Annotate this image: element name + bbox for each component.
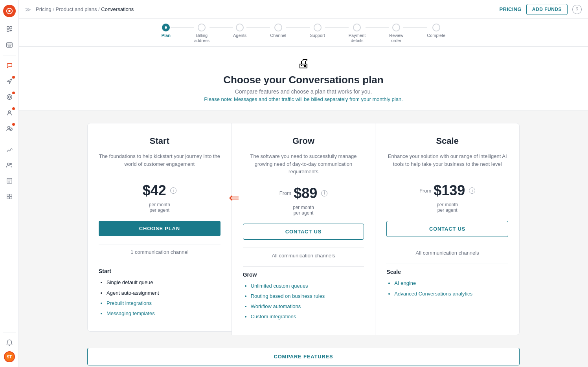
compare-features-button[interactable]: COMPARE FEATURES [87,348,520,365]
breadcrumb-pricing[interactable]: Pricing [36,6,51,12]
grow-plan-card: Grow The software you need to successful… [232,123,376,335]
compare-section: COMPARE FEATURES [56,348,551,367]
sidebar-item-goals[interactable] [2,90,17,104]
step-label-plan: Plan [162,33,171,38]
sidebar: ST [0,0,19,367]
agents-badge [12,123,15,126]
scale-price-per: per monthper agent [386,202,508,213]
scale-price-from: From [419,188,431,194]
start-price: $42 [143,182,166,199]
grow-features-title: Grow [243,272,364,278]
sidebar-item-notifications[interactable] [2,336,17,350]
step-billing[interactable]: Billing address [194,24,209,43]
user-avatar[interactable]: ST [4,351,15,362]
breadcrumb-product-plans[interactable]: Product and plans [56,6,97,12]
sidebar-item-team[interactable] [2,158,17,172]
scale-divider-2 [386,264,508,264]
step-circle-agents [236,24,244,31]
add-funds-button[interactable]: ADD FUNDS [526,4,568,15]
grow-price-from: From [279,190,291,196]
start-price-info[interactable]: i [170,187,176,194]
svg-rect-2 [7,27,9,29]
step-circle-plan [162,24,170,31]
start-divider [99,244,220,244]
sidebar-item-profiles[interactable] [2,106,17,120]
start-plan-card: Start The foundations to help kickstart … [87,123,232,332]
svg-point-19 [165,26,167,29]
expand-icon[interactable]: ≫ [25,6,31,13]
step-plan[interactable]: Plan [162,24,171,38]
step-label-review: Review order [389,33,403,43]
sidebar-item-inbox[interactable] [2,38,17,52]
step-connector-5 [325,28,349,28]
grow-contact-us-button[interactable]: CONTACT US [243,224,364,240]
sidebar-item-agents[interactable] [2,121,17,136]
svg-rect-4 [7,29,9,31]
step-connector-4 [286,28,310,28]
topbar: ≫ Pricing / Product and plans / Conversa… [19,0,588,19]
plans-section: Start The foundations to help kickstart … [19,110,588,347]
app-logo[interactable] [3,5,16,17]
scale-channels: All communication channels [386,250,508,256]
start-features-title: Start [99,268,220,274]
start-channels: 1 communication channel [99,249,220,255]
start-features-list: Single default queue Agent auto-assignme… [99,279,220,317]
scale-features-title: Scale [386,269,508,275]
grow-divider [243,248,364,248]
scale-contact-us-button[interactable]: CONTACT US [386,221,508,237]
scale-divider [386,245,508,245]
grow-divider-2 [243,266,364,267]
svg-point-1 [8,10,10,12]
step-label-payment: Payment details [349,33,366,43]
scale-feature-1: AI engine [394,280,508,287]
scale-plan-card: Scale Enhance your solution with our ran… [375,123,520,335]
breadcrumb-conversations: Conversations [101,6,134,12]
plans-grid: Start The foundations to help kickstart … [87,123,520,335]
sidebar-item-apps[interactable] [2,22,17,36]
sidebar-item-grid[interactable] [2,189,17,204]
sidebar-bottom: ST [2,330,17,362]
svg-rect-16 [9,194,11,196]
svg-rect-3 [9,27,11,29]
sidebar-item-reports[interactable] [2,174,17,188]
sidebar-divider-1 [3,55,16,55]
plan-arrow-indicator: ⇐ [229,190,239,205]
step-channel[interactable]: Channel [270,24,286,38]
start-feature-1: Single default queue [107,279,220,286]
scale-price-info[interactable]: i [469,187,475,194]
grow-feature-4: Custom integrations [251,313,364,320]
step-payment[interactable]: Payment details [349,24,366,43]
step-complete[interactable]: Complete [427,24,445,38]
step-label-support: Support [310,33,325,38]
profiles-badge [12,107,15,110]
start-feature-3: Prebuilt integrations [107,300,220,307]
pricing-link[interactable]: PRICING [500,6,522,12]
grow-price-per: per monthper agent [243,205,364,216]
sidebar-divider-3 [3,332,16,332]
sidebar-item-campaigns[interactable] [2,74,17,88]
breadcrumb: Pricing / Product and plans / Conversati… [36,6,500,12]
svg-rect-18 [9,197,11,199]
scale-features: Scale AI engine Advanced Conversations a… [386,269,508,297]
sidebar-divider-2 [3,139,16,139]
start-plan-description: The foundations to help kickstart your j… [99,152,220,173]
grow-plan-name: Grow [243,136,364,146]
step-circle-support [314,24,322,31]
step-support[interactable]: Support [310,24,325,38]
svg-rect-14 [7,178,12,184]
svg-point-13 [10,163,11,165]
step-circle-channel [274,24,282,31]
step-review[interactable]: Review order [389,24,403,43]
step-circle-complete [432,24,440,31]
scale-features-list: AI engine Advanced Conversations analyti… [386,280,508,297]
help-icon[interactable]: ? [572,5,582,14]
choose-plan-button[interactable]: CHOOSE PLAN [99,221,220,236]
campaigns-badge [12,76,15,79]
step-agents[interactable]: Agents [233,24,246,38]
grow-price-info[interactable]: i [321,190,327,196]
sidebar-item-analytics[interactable] [2,142,17,156]
step-connector-2 [209,28,233,28]
svg-point-8 [8,96,10,98]
grow-features: Grow Unlimited custom queues Routing bas… [243,272,364,321]
sidebar-item-conversations[interactable] [2,59,17,73]
